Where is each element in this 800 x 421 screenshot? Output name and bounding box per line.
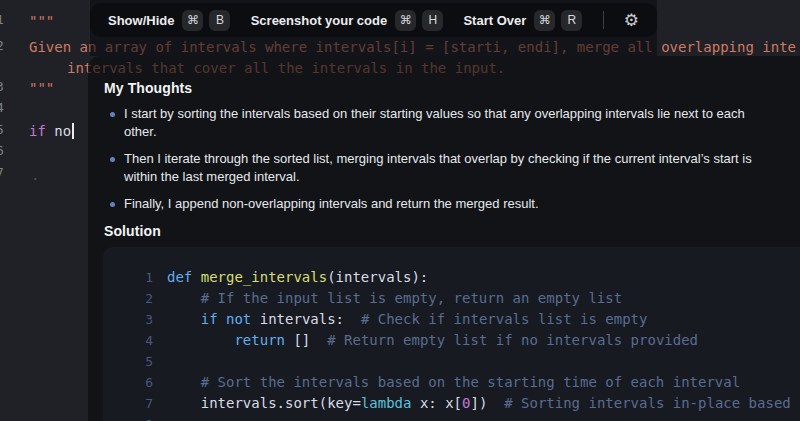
cmd-key-icon: ⌘ (534, 10, 555, 31)
list-item: Then I iterate through the sorted list, … (104, 150, 752, 186)
code-token: if (29, 123, 46, 139)
code-token: lambda (361, 395, 412, 411)
code-token: merge_intervals (201, 269, 327, 285)
gear-icon[interactable]: ⚙ (624, 12, 639, 29)
editor-code-line: . (31, 166, 39, 184)
code-token (167, 332, 234, 348)
thoughts-panel: My Thoughts I start by sorting the inter… (88, 56, 800, 421)
thoughts-list: I start by sorting the intervals based o… (104, 105, 784, 213)
table-row: 8 (103, 414, 800, 421)
editor-code-line: if no (29, 122, 74, 140)
code-token (167, 290, 201, 306)
code-line-text: if not intervals: # Check if intervals l… (167, 309, 647, 330)
start-over-label: Start Over (463, 13, 526, 28)
cmd-key-icon: ⌘ (182, 10, 203, 31)
editor-line-number: 5 (0, 122, 6, 137)
table-row: 2 # If the input list is empty, return a… (103, 288, 800, 309)
editor-line-number: 6 (0, 143, 6, 158)
code-token: # Sorting intervals in-place based (487, 395, 790, 411)
code-line-text: def merge_intervals(intervals): (167, 267, 428, 288)
code-token: (intervals): (327, 269, 428, 285)
code-line-text: # If the input list is empty, return an … (167, 288, 622, 309)
key-b: B (209, 10, 230, 31)
list-item: Finally, I append non-overlapping interv… (104, 195, 752, 213)
code-token: ]) (470, 395, 487, 411)
code-token: intervals.sort(key= (167, 395, 361, 411)
editor-code-line: """ (29, 79, 54, 97)
start-over-button[interactable]: Start Over ⌘ R (463, 10, 582, 31)
screenshot-code-label: Screenshot your code (251, 13, 388, 28)
solution-title: Solution (104, 223, 784, 239)
table-row: 3 if not intervals: # Check if intervals… (103, 309, 800, 330)
code-token: """ (29, 13, 54, 29)
screenshot-code-button[interactable]: Screenshot your code ⌘ H (251, 10, 444, 31)
code-token: no (46, 123, 71, 139)
cmd-key-icon: ⌘ (395, 10, 416, 31)
code-token: return (234, 332, 285, 348)
thoughts-title: My Thoughts (104, 80, 784, 96)
code-line-number: 1 (103, 267, 153, 288)
code-token: [] (285, 332, 310, 348)
code-line-number: 7 (103, 393, 153, 414)
table-row: 7 intervals.sort(key=lambda x: x[0]) # S… (103, 393, 800, 414)
table-row: 4 return [] # Return empty list if no in… (103, 330, 800, 351)
code-line-text: return [] # Return empty list if no inte… (167, 330, 698, 351)
editor-line-number: 4 (0, 100, 6, 115)
code-line-number: 4 (103, 330, 153, 351)
code-token: # Return empty list if no intervals prov… (310, 332, 698, 348)
show-hide-label: Show/Hide (108, 13, 174, 28)
code-token: def (167, 269, 201, 285)
list-item: I start by sorting the intervals based o… (104, 105, 752, 141)
show-hide-button[interactable]: Show/Hide ⌘ B (108, 10, 230, 31)
code-token (167, 311, 201, 327)
code-line-number: 5 (103, 351, 153, 372)
text-cursor (72, 123, 74, 139)
code-token: . (31, 167, 39, 183)
key-h: H (422, 10, 443, 31)
code-line-number: 3 (103, 309, 153, 330)
code-line-number: 6 (103, 372, 153, 393)
code-token: x: x[ (411, 395, 462, 411)
code-token: intervals: (251, 311, 344, 327)
table-row: 5 (103, 351, 800, 372)
editor-code-line: """ (29, 12, 54, 30)
editor-line-number: 7 (0, 165, 6, 180)
code-line-number: 2 (103, 288, 153, 309)
code-line-text: # Sort the intervals based on the starti… (167, 372, 740, 393)
editor-line-number: 2 (0, 38, 6, 53)
command-toolbar: Show/Hide ⌘ B Screenshot your code ⌘ H S… (90, 3, 657, 37)
code-token: # Check if intervals list is empty (344, 311, 647, 327)
code-line-number: 8 (103, 414, 153, 421)
table-row: 6 # Sort the intervals based on the star… (103, 372, 800, 393)
solution-code-block: 1def merge_intervals(intervals):2 # If t… (103, 247, 800, 421)
code-token: # Sort the intervals based on the starti… (201, 374, 740, 390)
code-token (167, 374, 201, 390)
code-token: # If the input list is empty, return an … (201, 290, 622, 306)
editor-line-number: 1 (0, 12, 6, 27)
code-token: """ (29, 80, 54, 96)
code-token: if (201, 311, 218, 327)
toolbar-divider (603, 11, 604, 29)
code-token: not (226, 311, 251, 327)
code-token (218, 311, 226, 327)
key-r: R (561, 10, 582, 31)
table-row: 1def merge_intervals(intervals): (103, 267, 800, 288)
editor-line-number: 3 (0, 79, 6, 94)
code-line-text: intervals.sort(key=lambda x: x[0]) # Sor… (167, 393, 791, 414)
